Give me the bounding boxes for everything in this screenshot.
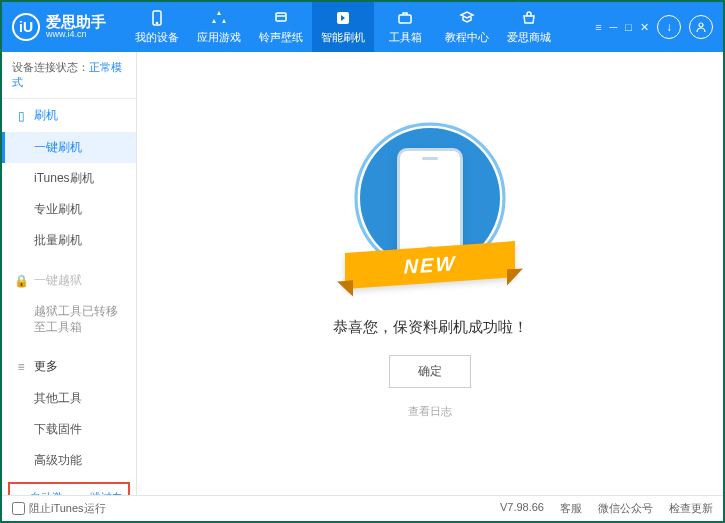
sidebar: 设备连接状态：正常模式 ▯ 刷机 一键刷机 iTunes刷机 专业刷机 批量刷机… [2, 52, 137, 495]
customer-service-link[interactable]: 客服 [560, 501, 582, 516]
view-log-link[interactable]: 查看日志 [408, 404, 452, 419]
nav-ringtone[interactable]: 铃声壁纸 [250, 2, 312, 52]
nav-flash[interactable]: 智能刷机 [312, 2, 374, 52]
svg-rect-2 [276, 13, 286, 21]
more-icon: ≡ [14, 360, 28, 374]
sidebar-item-itunes-flash[interactable]: iTunes刷机 [2, 163, 136, 194]
wechat-link[interactable]: 微信公众号 [598, 501, 653, 516]
sidebar-item-batch-flash[interactable]: 批量刷机 [2, 225, 136, 256]
tutorial-icon [458, 9, 476, 27]
app-name: 爱思助手 [46, 14, 106, 31]
menu-icon[interactable]: ≡ [595, 21, 601, 34]
toolbox-icon [396, 9, 414, 27]
store-icon [520, 9, 538, 27]
block-itunes-checkbox[interactable]: 阻止iTunes运行 [12, 501, 106, 516]
apps-icon [210, 9, 228, 27]
phone-icon: ▯ [14, 109, 28, 123]
logo: iU 爱思助手 www.i4.cn [12, 13, 106, 41]
nav-my-device[interactable]: 我的设备 [126, 2, 188, 52]
nav-tutorial[interactable]: 教程中心 [436, 2, 498, 52]
new-ribbon: NEW [345, 241, 515, 289]
maximize-icon[interactable]: □ [625, 21, 632, 34]
sidebar-item-oneclick-flash[interactable]: 一键刷机 [2, 132, 136, 163]
success-illustration: NEW [355, 128, 505, 298]
minimize-icon[interactable]: ─ [610, 21, 618, 34]
check-update-link[interactable]: 检查更新 [669, 501, 713, 516]
sidebar-jailbreak-note: 越狱工具已转移至工具箱 [2, 297, 136, 342]
success-message: 恭喜您，保资料刷机成功啦！ [333, 318, 528, 337]
lock-icon: 🔒 [14, 274, 28, 288]
sidebar-item-advanced[interactable]: 高级功能 [2, 445, 136, 476]
phone-icon [148, 9, 166, 27]
nav-apps[interactable]: 应用游戏 [188, 2, 250, 52]
download-button[interactable]: ↓ [657, 15, 681, 39]
activation-options: 自动激活 跳过向导 [8, 482, 130, 495]
sidebar-item-pro-flash[interactable]: 专业刷机 [2, 194, 136, 225]
close-icon[interactable]: ✕ [640, 21, 649, 34]
sidebar-section-flash[interactable]: ▯ 刷机 [2, 99, 136, 132]
nav-store[interactable]: 爱思商城 [498, 2, 560, 52]
svg-rect-4 [399, 15, 411, 23]
sidebar-item-download-fw[interactable]: 下载固件 [2, 414, 136, 445]
connection-status: 设备连接状态：正常模式 [2, 52, 136, 99]
top-nav: 我的设备 应用游戏 铃声壁纸 智能刷机 工具箱 教程中心 爱思商城 [126, 2, 560, 52]
app-url: www.i4.cn [46, 30, 106, 40]
version-label: V7.98.66 [500, 501, 544, 516]
sidebar-section-jailbreak[interactable]: 🔒 一键越狱 [2, 264, 136, 297]
svg-point-5 [699, 23, 703, 27]
ringtone-icon [272, 9, 290, 27]
ok-button[interactable]: 确定 [389, 355, 471, 388]
sidebar-section-more[interactable]: ≡ 更多 [2, 350, 136, 383]
main-content: NEW 恭喜您，保资料刷机成功啦！ 确定 查看日志 [137, 52, 723, 495]
svg-point-1 [156, 22, 157, 23]
app-window: iU 爱思助手 www.i4.cn 我的设备 应用游戏 铃声壁纸 智能刷机 工具… [0, 0, 725, 523]
titlebar: iU 爱思助手 www.i4.cn 我的设备 应用游戏 铃声壁纸 智能刷机 工具… [2, 2, 723, 52]
window-controls: ≡ ─ □ ✕ [595, 21, 649, 34]
flash-icon [334, 9, 352, 27]
nav-toolbox[interactable]: 工具箱 [374, 2, 436, 52]
statusbar: 阻止iTunes运行 V7.98.66 客服 微信公众号 检查更新 [2, 495, 723, 521]
sidebar-item-other-tools[interactable]: 其他工具 [2, 383, 136, 414]
user-button[interactable] [689, 15, 713, 39]
logo-icon: iU [12, 13, 40, 41]
